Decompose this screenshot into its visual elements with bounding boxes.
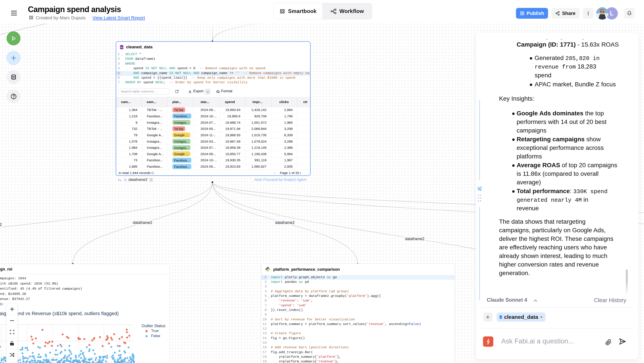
svg-text:SQL: SQL — [120, 47, 123, 48]
svg-text:SQL: SQL — [500, 317, 502, 318]
